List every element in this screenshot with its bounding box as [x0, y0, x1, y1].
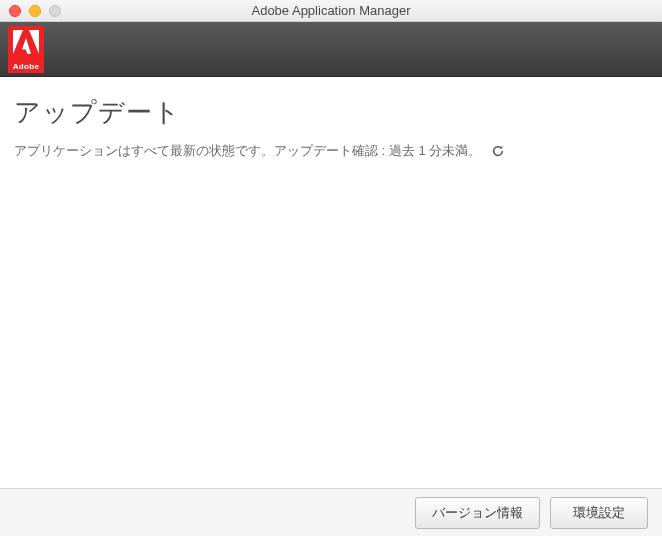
page-title: アップデート	[14, 95, 648, 130]
status-line: アプリケーションはすべて最新の状態です。アップデート確認 : 過去 1 分未満。	[14, 142, 648, 160]
status-text: アプリケーションはすべて最新の状態です。アップデート確認 : 過去 1 分未満。	[14, 142, 481, 160]
window-title: Adobe Application Manager	[0, 3, 662, 18]
traffic-lights	[0, 5, 61, 17]
adobe-a-icon	[13, 30, 39, 54]
adobe-logo-text: Adobe	[13, 62, 39, 71]
adobe-logo: Adobe	[8, 26, 44, 73]
version-info-button[interactable]: バージョン情報	[415, 497, 540, 529]
minimize-button[interactable]	[29, 5, 41, 17]
titlebar: Adobe Application Manager	[0, 0, 662, 22]
main-content: アップデート アプリケーションはすべて最新の状態です。アップデート確認 : 過去…	[0, 77, 662, 488]
close-button[interactable]	[9, 5, 21, 17]
maximize-button	[49, 5, 61, 17]
refresh-icon[interactable]	[491, 144, 505, 158]
header-bar: Adobe	[0, 22, 662, 77]
settings-button[interactable]: 環境設定	[550, 497, 648, 529]
footer: バージョン情報 環境設定	[0, 488, 662, 536]
